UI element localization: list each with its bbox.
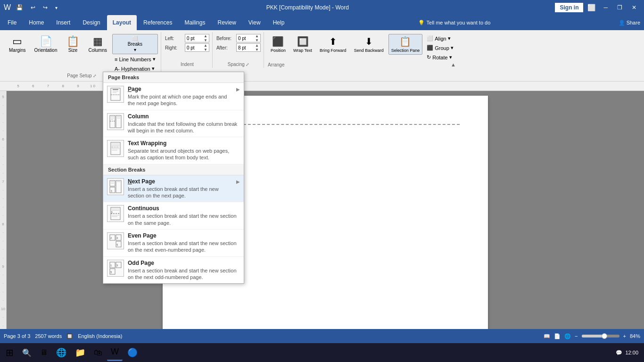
spacing-before-down[interactable]: ▼ [255, 38, 259, 42]
restore-button[interactable]: ❐ [613, 3, 626, 12]
zoom-level[interactable]: 84% [630, 333, 640, 339]
arrange-collapse-icon[interactable]: ▲ [451, 62, 456, 67]
selection-pane-button[interactable]: 📋 Selection Pane [388, 34, 423, 55]
page-setup-expand-icon[interactable]: ⤢ [93, 74, 97, 78]
minimize-button[interactable]: ─ [600, 3, 611, 12]
spacing-expand-icon[interactable]: ⤢ [246, 62, 249, 67]
spacing-after-label: After: [216, 45, 235, 50]
tab-review[interactable]: Review [212, 15, 241, 30]
page-break-desc: Mark the point at which one page ends an… [128, 93, 232, 107]
indent-right-input[interactable]: 0 pt ▲ ▼ [185, 43, 209, 52]
spacing-before-label: Before: [216, 36, 235, 41]
indent-left-input[interactable]: 0 pt ▲ ▼ [185, 34, 209, 42]
spacing-before-input[interactable]: 0 pt ▲ ▼ [236, 34, 261, 42]
send-backward-button[interactable]: ⬇ Send Backward [351, 34, 387, 55]
notification-icon[interactable]: 💬 [616, 350, 622, 356]
tab-view[interactable]: View [243, 15, 266, 30]
menu-item-odd-page[interactable]: 1 3 § Odd Page Insert a section break an… [103, 257, 244, 284]
indent-left-down[interactable]: ▼ [204, 38, 207, 42]
ribbon-display-button[interactable]: ⬜ [585, 3, 598, 12]
tab-home[interactable]: Home [23, 15, 50, 30]
title-bar: W 💾 ↩ ↪ ▾ PKK [Compatibility Mode] - Wor… [0, 0, 644, 15]
start-button[interactable]: ⊞ [2, 344, 17, 361]
menu-item-text-wrapping[interactable]: Text Wrapping Separate text around objec… [103, 137, 244, 165]
zoom-in-icon[interactable]: + [623, 333, 626, 339]
tab-help[interactable]: Help [267, 15, 290, 30]
svg-rect-31 [112, 216, 117, 217]
position-button[interactable]: ⬛ Position [268, 34, 289, 55]
spacing-before-arrows[interactable]: ▲ ▼ [255, 34, 259, 42]
indent-left-label: Left: [165, 36, 184, 41]
wrap-text-button[interactable]: 🔲 Wrap Text [290, 34, 315, 55]
print-layout-icon[interactable]: 📄 [554, 333, 561, 339]
orientation-button[interactable]: 📄 Orientation [31, 34, 61, 55]
next-page-arrow: ▶ [236, 178, 240, 184]
zoom-thumb[interactable] [602, 333, 607, 339]
file-explorer-button[interactable]: 📁 [71, 344, 89, 361]
tab-insert[interactable]: Insert [50, 15, 76, 30]
menu-item-column[interactable]: Column Indicate that the text following … [103, 110, 244, 138]
read-mode-icon[interactable]: 📖 [544, 333, 550, 339]
spacing-before-up[interactable]: ▲ [255, 34, 259, 38]
indent-right-down[interactable]: ▼ [204, 48, 207, 52]
tell-me-label: 💡 Tell me what you want to do [418, 20, 491, 26]
group-button[interactable]: ⬛ Group ▾ [424, 43, 456, 52]
tab-file[interactable]: File [2, 15, 22, 30]
menu-item-next-page[interactable]: § Next Page Insert a section break and s… [103, 175, 244, 203]
breaks-button[interactable]: ⬜ Breaks ▾ [112, 34, 158, 54]
svg-rect-2 [113, 89, 118, 90]
margins-button[interactable]: ▭ Margins [6, 34, 29, 55]
svg-rect-4 [113, 92, 116, 93]
tab-mailings[interactable]: Mailings [179, 15, 211, 30]
taskbar: ⊞ 🔍 🖥 🌐 📁 🛍 W 🔵 💬 12:00 [0, 343, 644, 362]
svg-text:2: 2 [110, 237, 112, 239]
taskbar-right: 💬 12:00 [616, 350, 642, 356]
edge-button[interactable]: 🌐 [52, 344, 70, 361]
indent-right-up[interactable]: ▲ [204, 43, 207, 48]
spacing-after-input[interactable]: 8 pt ▲ ▼ [236, 43, 261, 52]
menu-item-even-page[interactable]: 2 4 § Even Page Insert a section break a… [103, 230, 244, 257]
ribbon: File Home Insert Design Layout Reference… [0, 15, 644, 30]
customize-qat-button[interactable]: ▾ [53, 4, 60, 11]
task-view-button[interactable]: 🖥 [36, 344, 51, 361]
selection-pane-icon: 📋 [399, 36, 411, 47]
menu-item-page[interactable]: Page Mark the point at which one page en… [103, 83, 244, 110]
tab-references[interactable]: References [138, 15, 178, 30]
next-page-icon: § [107, 178, 124, 195]
hyphenation-icon: A- [115, 66, 120, 72]
indent-left-up[interactable]: ▲ [204, 34, 207, 38]
signin-button[interactable]: Sign in [555, 3, 583, 12]
align-button[interactable]: ⬜ Align ▾ [424, 34, 456, 43]
spacing-after-down[interactable]: ▼ [255, 48, 259, 52]
size-button[interactable]: 📋 Size [63, 34, 83, 55]
rotate-button[interactable]: ↻ Rotate ▾ [424, 53, 456, 62]
word-taskbar-button[interactable]: W [107, 344, 123, 361]
indent-left-arrows[interactable]: ▲ ▼ [204, 34, 207, 42]
undo-button[interactable]: ↩ [28, 3, 38, 12]
spacing-after-arrows[interactable]: ▲ ▼ [255, 43, 259, 52]
breaks-dropdown-arrow: ▾ [134, 47, 136, 52]
page-arrow: ▶ [236, 86, 240, 92]
indent-right-arrows[interactable]: ▲ ▼ [204, 43, 207, 52]
indent-right-label: Right: [165, 45, 184, 50]
odd-page-icon: 1 3 § [107, 260, 124, 277]
redo-button[interactable]: ↪ [41, 3, 50, 12]
store-button[interactable]: 🛍 [90, 344, 106, 361]
close-button[interactable]: ✕ [628, 3, 640, 12]
search-button[interactable]: 🔍 [18, 344, 35, 361]
web-layout-icon[interactable]: 🌐 [564, 333, 571, 339]
zoom-slider[interactable] [582, 335, 619, 337]
status-icon: 🔲 [66, 333, 73, 339]
tab-layout[interactable]: Layout [107, 15, 137, 30]
spacing-after-up[interactable]: ▲ [255, 43, 259, 48]
columns-button[interactable]: ▦ Columns [85, 34, 110, 55]
bring-forward-button[interactable]: ⬆ Bring Forward [317, 34, 349, 55]
tab-design[interactable]: Design [77, 15, 106, 30]
line-numbers-button[interactable]: ≡ Line Numbers ▾ [112, 55, 158, 64]
save-quick-button[interactable]: 💾 [14, 3, 25, 12]
left-ruler: 5····6····7····8····9····10····11····12·… [0, 91, 7, 352]
zoom-out-icon[interactable]: − [575, 333, 578, 339]
odd-page-title: Odd Page [128, 260, 240, 266]
uplotify-button[interactable]: 🔵 [124, 344, 141, 361]
menu-item-continuous[interactable]: § Continuous Insert a section break and … [103, 202, 244, 230]
